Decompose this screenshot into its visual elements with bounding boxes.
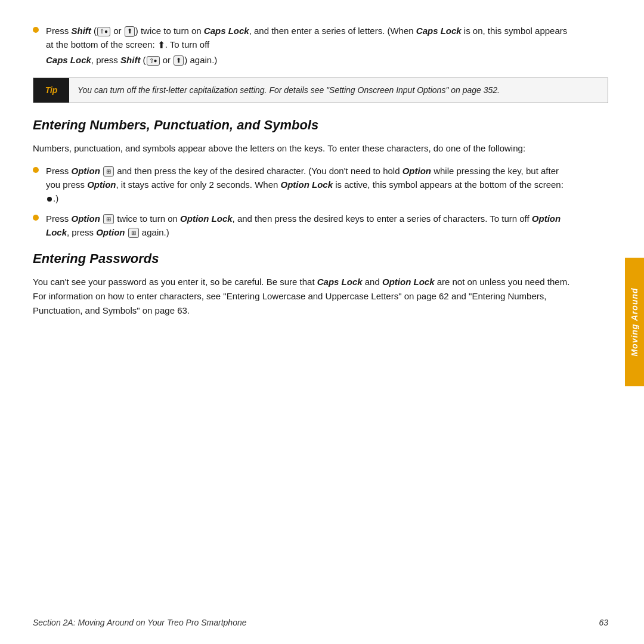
passwords-section: Entering Passwords You can't see your pa… (33, 251, 608, 318)
footer-right: 63 (599, 618, 608, 627)
tip-box: Tip You can turn off the first-letter ca… (33, 78, 608, 103)
bullet-dot (33, 27, 39, 33)
numbers-bullet-list: Press Option ⊞ and then press the key of… (33, 164, 608, 239)
passwords-body-text: You can't see your password as you enter… (33, 275, 608, 318)
shift-key-icon-2: ⬆ (125, 26, 135, 36)
numbers-bullet-1-text: Press Option ⊞ and then press the key of… (46, 164, 572, 206)
option-icon-3: ⊞ (128, 228, 139, 238)
option-lock-pw: Option Lock (382, 277, 435, 287)
tip-content: You can turn off the first-letter capita… (69, 78, 508, 103)
top-bullet-item: Press Shift (⇧● or ⬆) twice to turn on C… (33, 24, 572, 67)
option-label-1: Option (72, 166, 100, 176)
or-text-2: or (163, 55, 174, 65)
caps-lock-label-3: Caps Lock (46, 55, 91, 65)
numbers-bullet-2-text: Press Option ⊞ twice to turn on Option L… (46, 212, 572, 240)
option-icon-2: ⊞ (103, 214, 114, 224)
page-container: Press Shift (⇧● or ⬆) twice to turn on C… (0, 0, 644, 644)
bullet-dot-2 (33, 167, 39, 173)
shift-key-icon-4: ⬆ (174, 55, 184, 66)
tip-label: Tip (33, 78, 69, 103)
shift-label-1: Shift (72, 26, 91, 36)
numbers-section-heading: Entering Numbers, Punctuation, and Symbo… (33, 117, 608, 133)
caps-lock-label-2: Caps Lock (416, 26, 462, 36)
option-label-4: Option (72, 213, 100, 224)
numbers-section: Entering Numbers, Punctuation, and Symbo… (33, 117, 608, 239)
numbers-bullet-1: Press Option ⊞ and then press the key of… (33, 164, 572, 206)
caps-symbol: ⬆ (157, 38, 165, 53)
bullet-dot-3 (33, 215, 39, 221)
caps-lock-pw: Caps Lock (317, 277, 363, 287)
option-lock-label-1: Option Lock (281, 179, 333, 190)
option-label-3: Option (87, 179, 116, 190)
footer: Section 2A: Moving Around on Your Treo P… (33, 618, 608, 627)
footer-left: Section 2A: Moving Around on Your Treo P… (33, 618, 247, 627)
caps-lock-label-1: Caps Lock (204, 26, 249, 36)
dot-symbol-1 (47, 197, 52, 202)
or-text-1: or (113, 26, 124, 36)
bullet-text: Press Shift (⇧● or ⬆) twice to turn on C… (46, 24, 572, 67)
option-lock-label-2: Option Lock (180, 213, 233, 224)
passwords-section-heading: Entering Passwords (33, 251, 608, 267)
numbers-bullet-2: Press Option ⊞ twice to turn on Option L… (33, 212, 572, 240)
option-label-2: Option (402, 166, 431, 176)
option-icon-1: ⊞ (103, 166, 114, 177)
shift-key-icon-1: ⇧● (97, 27, 110, 36)
shift-key-icon-3: ⇧● (147, 56, 160, 66)
shift-label-2: Shift (120, 55, 140, 65)
side-tab-text: Moving Around (630, 287, 639, 356)
numbers-body-text: Numbers, punctuation, and symbols appear… (33, 141, 608, 156)
side-tab: Moving Around (625, 258, 644, 386)
option-label-5: Option (96, 227, 125, 237)
top-bullet-section: Press Shift (⇧● or ⬆) twice to turn on C… (33, 24, 608, 67)
